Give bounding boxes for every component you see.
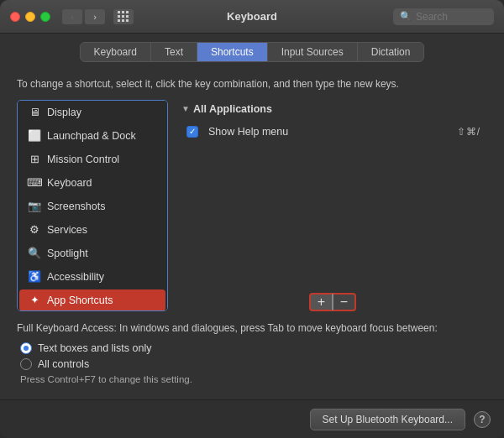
mission-control-icon: ⊞ [28, 153, 41, 166]
btn-group: + − [309, 293, 356, 311]
sidebar-item-mission-label: Mission Control [47, 154, 119, 165]
screenshots-icon: 📷 [28, 200, 41, 213]
search-input[interactable] [416, 11, 483, 23]
tab-input-sources[interactable]: Input Sources [268, 43, 358, 61]
sidebar-item-accessibility-label: Accessibility [47, 271, 104, 283]
app-list: ✓ Show Help menu ⇧⌘/ [178, 120, 487, 288]
spotlight-icon: 🔍 [28, 247, 41, 260]
sidebar-item-display[interactable]: 🖥 Display [19, 102, 165, 123]
services-icon: ⚙ [28, 223, 41, 237]
tab-text[interactable]: Text [151, 43, 197, 61]
footer-section: Full Keyboard Access: In windows and dia… [17, 311, 487, 388]
app-row-show-help[interactable]: ✓ Show Help menu ⇧⌘/ [178, 120, 487, 143]
checkbox-show-help[interactable]: ✓ [185, 124, 200, 139]
sidebar-item-launchpad-dock[interactable]: ⬜ Launchpad & Dock [19, 125, 165, 147]
nav-arrows: ‹ › [62, 9, 105, 24]
tab-group: Keyboard Text Shortcuts Input Sources Di… [80, 42, 425, 62]
radio-inner-icon [24, 346, 29, 351]
grid-button[interactable] [113, 9, 134, 24]
sidebar-item-services-label: Services [47, 224, 87, 236]
add-shortcut-button[interactable]: + [309, 293, 333, 311]
accessibility-icon: ♿ [28, 270, 41, 284]
back-arrow[interactable]: ‹ [62, 9, 82, 24]
checkmark-icon: ✓ [189, 128, 196, 136]
show-help-label: Show Help menu [208, 126, 449, 138]
remove-shortcut-button[interactable]: − [333, 293, 356, 311]
footer-description: Full Keyboard Access: In windows and dia… [17, 321, 487, 336]
bluetooth-keyboard-button[interactable]: Set Up Bluetooth Keyboard... [310, 409, 465, 430]
forward-arrow[interactable]: › [85, 9, 105, 24]
tab-shortcuts[interactable]: Shortcuts [197, 43, 268, 61]
action-bar: Set Up Bluetooth Keyboard... ? [0, 399, 504, 438]
sidebar-item-spotlight[interactable]: 🔍 Spotlight [19, 242, 165, 264]
keyboard-preferences-window: ‹ › Keyboard 🔍 Keyboard Text Shortcuts I… [0, 0, 504, 438]
sidebar-item-mission-control[interactable]: ⊞ Mission Control [19, 149, 165, 170]
traffic-lights [10, 12, 50, 22]
main-area: 🖥 Display ⬜ Launchpad & Dock ⊞ Mission C… [17, 100, 487, 311]
sidebar-item-keyboard[interactable]: ⌨ Keyboard [19, 172, 165, 194]
radio-text-boxes[interactable] [20, 342, 32, 354]
press-hint-text: Press Control+F7 to change this setting. [17, 374, 487, 384]
radio-all-controls-label: All controls [38, 358, 89, 370]
search-box[interactable]: 🔍 [393, 8, 494, 25]
sidebar-item-screenshots[interactable]: 📷 Screenshots [19, 196, 165, 217]
radio-row-text-boxes[interactable]: Text boxes and lists only [17, 342, 487, 354]
window-title: Keyboard [227, 10, 277, 23]
triangle-icon: ▼ [181, 104, 190, 113]
radio-all-controls[interactable] [20, 358, 32, 370]
help-button[interactable]: ? [474, 411, 491, 428]
all-apps-label: All Applications [193, 103, 272, 115]
close-button[interactable] [10, 12, 20, 22]
grid-icon [118, 11, 129, 23]
search-icon: 🔍 [400, 11, 412, 22]
sidebar-item-accessibility[interactable]: ♿ Accessibility [19, 266, 165, 288]
sidebar-item-screenshots-label: Screenshots [47, 201, 105, 212]
display-icon: 🖥 [28, 106, 41, 119]
app-shortcuts-icon: ✦ [28, 294, 41, 307]
sidebar-item-launchpad-label: Launchpad & Dock [47, 130, 136, 142]
sidebar-item-display-label: Display [47, 107, 81, 118]
sidebar-item-spotlight-label: Spotlight [47, 248, 88, 259]
show-help-shortcut: ⇧⌘/ [457, 126, 480, 138]
sidebar-item-services[interactable]: ⚙ Services [19, 219, 165, 241]
all-apps-header[interactable]: ▼ All Applications [178, 100, 487, 120]
content-area: To change a shortcut, select it, click t… [0, 69, 504, 399]
titlebar: ‹ › Keyboard 🔍 [0, 0, 504, 34]
tabs-bar: Keyboard Text Shortcuts Input Sources Di… [0, 34, 504, 69]
keyboard-icon: ⌨ [28, 176, 41, 190]
instruction-text: To change a shortcut, select it, click t… [17, 77, 487, 91]
radio-text-boxes-label: Text boxes and lists only [38, 342, 152, 354]
add-remove-buttons: + − [178, 293, 487, 311]
minimize-button[interactable] [25, 12, 35, 22]
radio-row-all-controls[interactable]: All controls [17, 358, 487, 370]
tab-keyboard[interactable]: Keyboard [81, 43, 151, 61]
launchpad-icon: ⬜ [28, 129, 41, 143]
sidebar-item-app-shortcuts-label: App Shortcuts [47, 295, 113, 306]
maximize-button[interactable] [40, 12, 50, 22]
sidebar: 🖥 Display ⬜ Launchpad & Dock ⊞ Mission C… [17, 100, 168, 311]
right-panel: ▼ All Applications ✓ Show Help menu ⇧⌘/ [178, 100, 487, 311]
tab-dictation[interactable]: Dictation [358, 43, 424, 61]
sidebar-item-app-shortcuts[interactable]: ✦ App Shortcuts [19, 289, 165, 311]
checkbox-checked-icon: ✓ [186, 126, 198, 138]
sidebar-item-keyboard-label: Keyboard [47, 177, 92, 189]
